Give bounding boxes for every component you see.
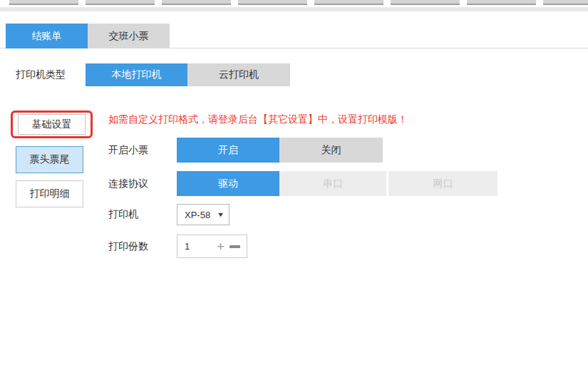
receipt-on-button[interactable]: 开启: [177, 138, 279, 163]
top-tab-stub[interactable]: [391, 0, 460, 5]
sidebar-item-print-detail[interactable]: 打印明细: [16, 180, 83, 207]
red-highlight-annotation: 基础设置: [11, 111, 93, 138]
protocol-serial-button[interactable]: 串口: [279, 171, 386, 196]
protocol-network-button[interactable]: 网口: [388, 171, 497, 196]
tab-checkout-receipt[interactable]: 结账单: [6, 24, 88, 48]
protocol-driver-button[interactable]: 驱动: [177, 171, 279, 196]
printer-type-label: 打印机类型: [16, 63, 66, 86]
minus-icon[interactable]: [229, 245, 240, 248]
top-tab-stub[interactable]: [543, 0, 588, 5]
printer-select[interactable]: XP-58 ▼: [177, 204, 229, 225]
printer-settings-page: 结账单 交班小票 打印机类型 本地打印机 云打印机 基础设置 票头票尾 打印明细…: [0, 0, 588, 385]
top-tab-stub[interactable]: [162, 0, 231, 5]
receipt-toggle-label: 开启小票: [108, 138, 148, 163]
copies-stepper[interactable]: 1 +: [177, 235, 247, 258]
sidebar-item-basic-settings[interactable]: 基础设置: [18, 114, 86, 135]
top-tab-stub[interactable]: [86, 0, 155, 5]
receipt-off-button[interactable]: 关闭: [279, 138, 383, 163]
template-notice-text: 如需自定义打印格式，请登录后台【其它设置】中，设置打印模版！: [108, 113, 408, 126]
printer-type-cloud-button[interactable]: 云打印机: [187, 63, 290, 86]
sidebar-item-header-footer[interactable]: 票头票尾: [16, 146, 83, 173]
protocol-label: 连接协议: [108, 171, 148, 196]
top-divider-bar: [0, 7, 588, 11]
top-tab-stub[interactable]: [467, 0, 536, 5]
printer-label: 打印机: [108, 203, 138, 225]
printer-type-local-button[interactable]: 本地打印机: [86, 63, 187, 86]
tab-shift-receipt[interactable]: 交班小票: [88, 24, 170, 48]
top-tab-stub[interactable]: [238, 0, 307, 5]
printer-select-value: XP-58: [185, 210, 217, 220]
top-tab-stub[interactable]: [9, 0, 78, 5]
copies-value: 1: [185, 241, 217, 252]
copies-label: 打印份数: [108, 235, 148, 258]
chevron-down-icon: ▼: [217, 211, 225, 218]
top-strip: [9, 0, 588, 5]
top-tab-stub[interactable]: [314, 0, 383, 5]
plus-icon[interactable]: +: [217, 240, 225, 253]
